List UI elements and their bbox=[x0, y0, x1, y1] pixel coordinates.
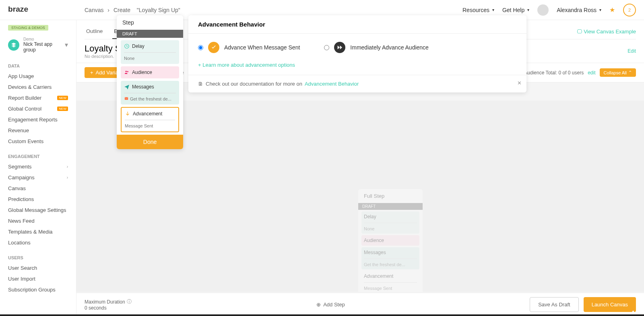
sidebar: STAGING & DEMOS Demo Nick Test app group… bbox=[0, 20, 76, 316]
breadcrumb: Canvas › Create "Loyalty Sign Up" bbox=[85, 7, 180, 13]
step-panel-title: Step bbox=[117, 15, 183, 30]
nav-devices[interactable]: Devices & Carriers bbox=[0, 82, 76, 92]
org-icon bbox=[8, 39, 19, 51]
svg-point-2 bbox=[126, 71, 127, 72]
step-row-delay[interactable]: Delay None bbox=[121, 40, 179, 64]
advance-when-sent-option[interactable]: Advance When Message Sent bbox=[198, 42, 300, 53]
check-icon bbox=[208, 42, 219, 53]
step-draft-badge: DRAFT bbox=[117, 30, 183, 38]
screen-icon: 🖵 bbox=[577, 29, 582, 35]
star-icon[interactable]: ★ bbox=[609, 6, 615, 14]
duration-info: Maximum Duration ⓘ 0 seconds bbox=[85, 298, 132, 311]
nav-header-engagement: ENGAGEMENT bbox=[0, 152, 76, 161]
braze-logo[interactable]: braze bbox=[8, 4, 44, 16]
svg-rect-4 bbox=[125, 97, 128, 100]
nav-locations[interactable]: Locations bbox=[0, 237, 76, 248]
user-avatar[interactable] bbox=[537, 4, 549, 16]
step-panel: Step DRAFT Delay None Audience Messages … bbox=[117, 15, 183, 149]
tab-outline[interactable]: Outline bbox=[85, 24, 104, 39]
advancement-behavior-panel: Advancement Behavior Advance When Messag… bbox=[188, 15, 526, 92]
immediately-advance-option[interactable]: Immediately Advance Audience bbox=[324, 42, 429, 53]
nav-campaigns[interactable]: Campaigns› bbox=[0, 172, 76, 183]
plus-icon: + bbox=[90, 70, 93, 76]
nav-report-builder[interactable]: Report BuilderNEW bbox=[0, 92, 76, 103]
adv-behavior-doc-link[interactable]: Advancement Behavior bbox=[305, 81, 359, 87]
nav-global-message[interactable]: Global Message Settings bbox=[0, 205, 76, 215]
dimmed-step-card: Full Step DRAFT DelayNone Audience Messa… bbox=[358, 189, 423, 292]
nav-revenue[interactable]: Revenue bbox=[0, 125, 76, 136]
adv-hint: 🗎 Check out our documentation for more o… bbox=[188, 75, 526, 92]
collapse-all-button[interactable]: Collapse All ⌃ bbox=[600, 68, 636, 77]
env-badge: STAGING & DEMOS bbox=[8, 25, 48, 31]
nav-global-control[interactable]: Global ControlNEW bbox=[0, 103, 76, 114]
chevron-right-icon: › bbox=[67, 175, 68, 180]
users-icon bbox=[124, 70, 130, 75]
arrow-down-icon bbox=[125, 111, 130, 117]
nav-templates[interactable]: Templates & Media bbox=[0, 226, 76, 237]
adv-panel-title: Advancement Behavior bbox=[188, 15, 526, 34]
clock-icon bbox=[124, 43, 130, 49]
breadcrumb-name: "Loyalty Sign Up" bbox=[137, 7, 180, 13]
advance-when-sent-radio[interactable] bbox=[198, 45, 203, 50]
chevron-up-icon: ⌃ bbox=[628, 70, 632, 75]
nav-predictions[interactable]: Predictions bbox=[0, 194, 76, 205]
immediately-advance-radio[interactable] bbox=[324, 45, 329, 50]
breadcrumb-action: Create bbox=[114, 7, 130, 13]
save-draft-button[interactable]: Save As Draft bbox=[530, 297, 578, 312]
plus-circle-icon: ⊕ bbox=[316, 302, 321, 308]
chevron-down-icon: ▾ bbox=[65, 41, 68, 49]
nav-header-data: DATA bbox=[0, 61, 76, 71]
nav-engagement-reports[interactable]: Engagement Reports bbox=[0, 114, 76, 125]
svg-text:braze: braze bbox=[8, 4, 28, 13]
nav-app-usage[interactable]: App Usage bbox=[0, 71, 76, 82]
svg-point-3 bbox=[127, 71, 128, 72]
edit-link[interactable]: Edit bbox=[627, 48, 636, 54]
view-canvas-example[interactable]: 🖵 View Canvas Example bbox=[577, 24, 636, 39]
close-hint-icon[interactable]: ✕ bbox=[517, 80, 522, 86]
get-help-dropdown[interactable]: Get Help bbox=[502, 7, 529, 13]
nav-user-search[interactable]: User Search bbox=[0, 263, 76, 273]
user-name-dropdown[interactable]: Alexandra Ross bbox=[557, 7, 601, 13]
video-progress-bar[interactable] bbox=[0, 314, 644, 316]
resources-dropdown[interactable]: Resources bbox=[462, 7, 494, 13]
fast-forward-icon bbox=[334, 42, 345, 53]
step-row-audience[interactable]: Audience bbox=[121, 66, 179, 78]
bottom-bar: Maximum Duration ⓘ 0 seconds ⊕ Add Step … bbox=[76, 293, 644, 316]
org-selector[interactable]: Demo Nick Test app group ▾ bbox=[0, 34, 76, 56]
add-step-button[interactable]: ⊕ Add Step bbox=[316, 302, 345, 308]
breadcrumb-root[interactable]: Canvas bbox=[85, 7, 103, 13]
chevron-right-icon: › bbox=[67, 164, 68, 169]
nav-custom-events[interactable]: Custom Events bbox=[0, 136, 76, 147]
nav-user-import[interactable]: User Import bbox=[0, 273, 76, 284]
step-row-advancement[interactable]: Advancement Message Sent bbox=[121, 107, 179, 132]
step-row-messages[interactable]: Messages Get the freshest de... bbox=[121, 81, 179, 105]
info-icon[interactable]: ⓘ bbox=[127, 298, 132, 305]
nav-canvas[interactable]: Canvas bbox=[0, 183, 76, 194]
mail-icon bbox=[124, 96, 129, 101]
launch-canvas-button[interactable]: Launch Canvas bbox=[584, 297, 636, 312]
edit-target-link[interactable]: edit bbox=[588, 70, 595, 76]
org-label: Demo bbox=[23, 37, 61, 41]
cursor-icon bbox=[630, 310, 636, 314]
info-icon: 🗎 bbox=[198, 81, 203, 87]
nav-news-feed[interactable]: News Feed bbox=[0, 215, 76, 226]
done-button[interactable]: Done bbox=[117, 135, 183, 149]
nav-subscription-groups[interactable]: Subscription Groups bbox=[0, 284, 76, 295]
nav-header-users: USERS bbox=[0, 253, 76, 263]
send-icon bbox=[124, 84, 130, 90]
nav-segments[interactable]: Segments› bbox=[0, 161, 76, 172]
org-name: Nick Test app group bbox=[23, 41, 61, 53]
learn-more-link[interactable]: + Learn more about advancement options bbox=[198, 62, 295, 68]
notification-badge[interactable]: 2 bbox=[623, 4, 636, 16]
